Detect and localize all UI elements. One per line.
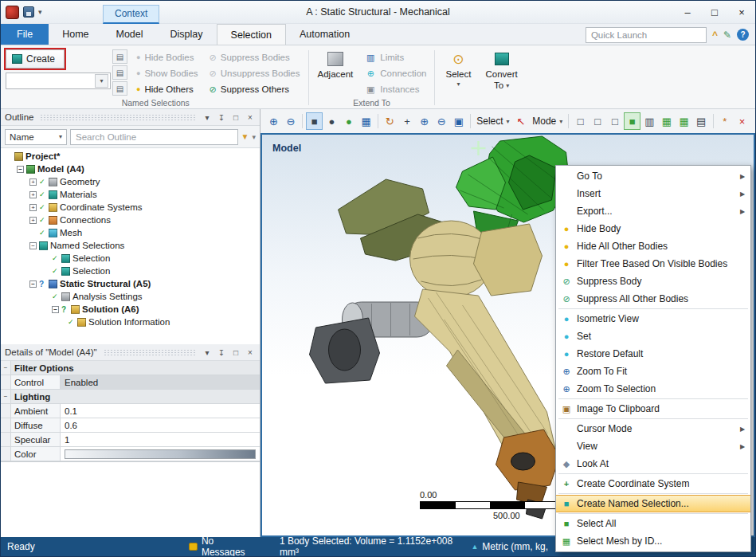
tree-item-mesh[interactable]: ✓ Mesh (1, 226, 260, 239)
collapse-icon[interactable]: − (29, 242, 37, 249)
tree-item-selection-1[interactable]: ✓ Selection (1, 252, 260, 265)
close-panel-icon[interactable]: × (245, 113, 256, 122)
unsuppress-bodies-button[interactable]: ⊘ Unsuppress Bodies (204, 65, 306, 81)
expand-all-icon[interactable]: ▼ (241, 132, 249, 141)
expand-icon[interactable]: + (29, 191, 37, 198)
float-panel-icon[interactable]: □ (230, 348, 241, 357)
tab-display[interactable]: Display (157, 24, 217, 45)
menu-item-hide-all-other-bodies[interactable]: ● Hide All Other Bodies (556, 237, 750, 255)
menu-item-go-to[interactable]: Go To ▶ (556, 167, 750, 185)
menu-item-select-mesh-by-id[interactable]: ▦ Select Mesh by ID... (556, 532, 750, 550)
adjacent-button[interactable]: Adjacent (311, 47, 360, 79)
menu-item-restore-default[interactable]: ● Restore Default (556, 345, 750, 363)
details-row-specular[interactable]: Specular 1 (1, 433, 260, 447)
connection-button[interactable]: ⊕ Connection (359, 65, 432, 81)
select-edges-icon[interactable]: □ (590, 112, 606, 130)
tree-item-coordinate-systems[interactable]: + ✓ Coordinate Systems (1, 201, 260, 214)
rotate-icon[interactable]: ↻ (382, 112, 398, 130)
zoom-out-icon[interactable]: ⊖ (283, 112, 300, 130)
menu-item-zoom-to-selection[interactable]: ⊕ Zoom To Selection (556, 380, 750, 398)
menu-item-filter-tree[interactable]: ● Filter Tree Based On Visible Bodies (556, 255, 750, 273)
menu-item-export[interactable]: Export... ▶ (556, 202, 750, 220)
magic-wand-icon[interactable]: * (717, 112, 734, 130)
suppress-others-button[interactable]: ⊘ Suppress Others (204, 81, 306, 97)
tree-item-analysis-settings[interactable]: ✓ Analysis Settings (1, 290, 260, 303)
minimize-button[interactable]: – (674, 2, 701, 23)
collapse-icon[interactable]: − (29, 280, 37, 288)
context-tab[interactable]: Context (103, 5, 159, 24)
zoom-in-icon[interactable]: ⊕ (265, 112, 282, 130)
menu-item-insert[interactable]: Insert ▶ (556, 185, 750, 202)
filter-options-caret-icon[interactable]: ▾ (252, 133, 256, 141)
details-section-row[interactable]: − Lighting (1, 390, 260, 404)
detail-value[interactable]: 0.1 (61, 404, 260, 418)
show-bodies-button[interactable]: ● Show Bodies (131, 65, 204, 81)
tab-model[interactable]: Model (103, 24, 157, 45)
menu-item-suppress-all-other-bodies[interactable]: ⊘ Suppress All Other Bodies (556, 290, 750, 308)
select-elements-icon[interactable]: ▦ (659, 112, 676, 130)
element-display-icon[interactable]: ● (341, 112, 358, 130)
select-faces-icon[interactable]: □ (607, 112, 624, 130)
section-collapse-icon[interactable]: − (1, 361, 11, 375)
name-filter-select[interactable]: Name ▾ (5, 129, 67, 145)
limits-button[interactable]: ▥ Limits (359, 49, 432, 65)
worksheet-icon-2[interactable]: ▤ (112, 65, 127, 80)
menu-item-suppress-body[interactable]: ⊘ Suppress Body (556, 273, 750, 290)
units-indicator[interactable]: ▲ Metric (mm, kg, (471, 541, 548, 552)
convert-to-button[interactable]: Convert To ▾ (479, 47, 523, 90)
select-bodies-icon[interactable]: ■ (624, 112, 640, 130)
hide-others-button[interactable]: ● Hide Others (131, 81, 204, 97)
tree-item-static-structural[interactable]: − ? Static Structural (A5) (1, 277, 260, 290)
collapse-icon[interactable]: − (52, 306, 59, 313)
save-icon[interactable] (23, 6, 34, 18)
detail-value[interactable] (61, 447, 260, 461)
header-grip[interactable] (104, 349, 195, 356)
expand-icon[interactable]: + (29, 178, 37, 186)
select-dropdown[interactable]: Select (474, 116, 505, 127)
header-grip[interactable] (40, 114, 195, 121)
details-section-row[interactable]: − Filter Options (1, 361, 260, 375)
edit-icon[interactable]: ✎ (723, 29, 731, 41)
worksheet-icon-3[interactable]: ▤ (112, 81, 127, 96)
detail-value[interactable]: 0.6 (61, 418, 260, 432)
tab-home[interactable]: Home (49, 24, 102, 45)
collapse-ribbon-icon[interactable]: ^ (712, 29, 718, 41)
details-row-control[interactable]: Control Enabled (1, 375, 260, 390)
shaded-exterior-icon[interactable]: ■ (306, 112, 323, 130)
instances-button[interactable]: ▣ Instances (359, 81, 432, 97)
details-row-color[interactable]: Color (1, 447, 260, 461)
select-dropdown-caret-icon[interactable]: ▾ (507, 118, 512, 125)
worksheet-icon-1[interactable]: ▤ (112, 49, 127, 64)
close-panel-icon[interactable]: × (245, 348, 256, 357)
details-row-ambient[interactable]: Ambient 0.1 (1, 404, 260, 418)
tree-item-model[interactable]: − Model (A4) (1, 163, 260, 175)
menu-item-select-all[interactable]: ■ Select All (556, 515, 750, 532)
collapse-icon[interactable]: − (17, 166, 24, 173)
menu-item-create-coordinate-system[interactable]: + Create Coordinate System (556, 475, 750, 492)
tree-item-selection-2[interactable]: ✓ Selection (1, 265, 260, 277)
detail-value[interactable]: 1 (61, 433, 260, 446)
clear-selection-icon[interactable]: × (734, 112, 750, 130)
panel-menu-icon[interactable]: ▾ (202, 113, 213, 122)
select-vertices-icon[interactable]: □ (572, 112, 589, 130)
tree-item-named-selections[interactable]: − Named Selections (1, 239, 260, 252)
select-element-faces-icon[interactable]: ▦ (676, 112, 692, 130)
messages-button[interactable]: No Messages (189, 535, 259, 557)
menu-item-create-named-selection[interactable]: ■ Create Named Selection... (556, 495, 750, 512)
tab-selection[interactable]: Selection (217, 24, 286, 45)
qat-caret-icon[interactable]: ▾ (38, 8, 42, 16)
search-outline-input[interactable] (70, 129, 238, 145)
pin-icon[interactable]: ↧ (216, 113, 227, 122)
suppress-bodies-button[interactable]: ⊘ Suppress Bodies (204, 49, 306, 65)
maximize-button[interactable]: □ (701, 2, 728, 23)
shaded-wireframe-icon[interactable]: ● (323, 112, 340, 130)
tab-automation[interactable]: Automation (286, 24, 363, 45)
menu-item-cursor-mode[interactable]: Cursor Mode ▶ (556, 420, 750, 437)
float-panel-icon[interactable]: □ (230, 113, 241, 122)
tree-item-project[interactable]: Project* (1, 150, 260, 163)
create-named-selection-button[interactable]: Create (6, 49, 65, 69)
mesh-display-icon[interactable]: ▦ (358, 112, 374, 130)
menu-item-image-to-clipboard[interactable]: ▣ Image To Clipboard (556, 400, 750, 418)
menu-item-view[interactable]: View ▶ (556, 437, 750, 455)
color-swatch[interactable] (65, 449, 256, 459)
